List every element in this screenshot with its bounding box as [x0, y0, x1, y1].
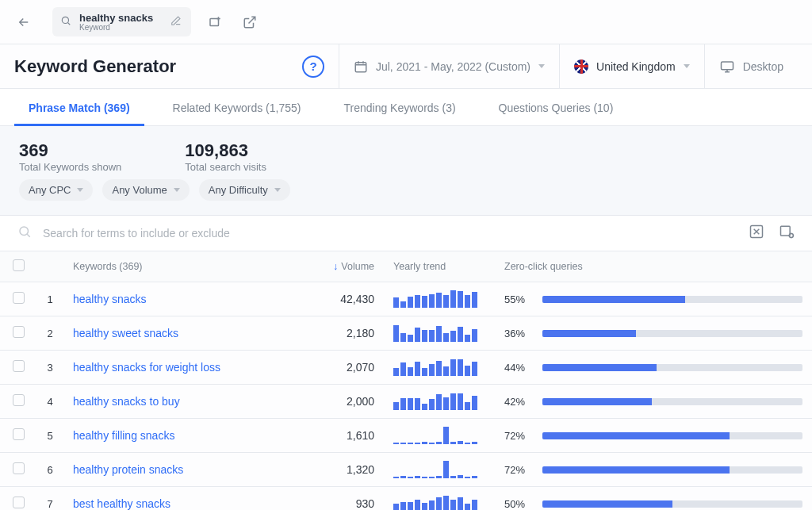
- filter-cpc[interactable]: Any CPC: [19, 179, 93, 201]
- col-volume[interactable]: ↓Volume: [312, 251, 384, 282]
- row-checkbox[interactable]: [13, 462, 25, 474]
- trend-sparkline: [393, 359, 485, 376]
- keyword-chip[interactable]: healthy snacks Keyword: [52, 7, 191, 36]
- row-index: 1: [36, 282, 63, 316]
- volume-value: 930: [312, 487, 384, 511]
- row-checkbox[interactable]: [13, 497, 25, 508]
- row-checkbox[interactable]: [13, 360, 25, 372]
- table-row: 1healthy snacks42,43055%: [0, 282, 812, 316]
- row-index: 3: [36, 351, 63, 385]
- keyword-link[interactable]: healthy sweet snacks: [73, 327, 178, 339]
- row-checkbox[interactable]: [13, 394, 25, 406]
- trend-sparkline: [393, 393, 485, 410]
- svg-rect-1: [210, 18, 219, 25]
- uk-flag-icon: [574, 59, 588, 74]
- keyword-link[interactable]: best healthy snacks: [73, 497, 170, 510]
- svg-point-7: [789, 234, 793, 238]
- back-button[interactable]: [13, 11, 35, 33]
- page-title: Keyword Generator: [14, 56, 176, 77]
- keyword-text: healthy snacks: [79, 12, 153, 24]
- trend-sparkline: [393, 495, 485, 510]
- tab[interactable]: Trending Keywords (3): [329, 89, 469, 125]
- svg-point-4: [20, 227, 29, 236]
- country-label: United Kingdom: [596, 60, 676, 73]
- svg-rect-6: [781, 226, 791, 236]
- keyword-link[interactable]: healthy protein snacks: [73, 463, 183, 476]
- keyword-link[interactable]: healthy filling snacks: [73, 429, 174, 442]
- add-tab-button[interactable]: [204, 11, 226, 33]
- volume-value: 42,430: [312, 282, 384, 316]
- tab[interactable]: Related Keywords (1,755): [159, 89, 316, 125]
- tab[interactable]: Questions Queries (10): [485, 89, 628, 125]
- zcq-bar: [542, 500, 802, 508]
- volume-value: 2,070: [312, 351, 384, 385]
- svg-rect-3: [721, 62, 733, 70]
- keyword-link[interactable]: healthy snacks for weight loss: [73, 361, 220, 374]
- row-checkbox[interactable]: [13, 292, 25, 304]
- table-row: 5healthy filling snacks1,61072%: [0, 419, 812, 453]
- add-tab-icon: [208, 15, 222, 29]
- device-selector[interactable]: Desktop: [704, 44, 798, 89]
- col-trend[interactable]: Yearly trend: [384, 251, 495, 282]
- volume-value: 2,180: [312, 316, 384, 351]
- export-excel-button[interactable]: [749, 224, 764, 243]
- row-index: 2: [36, 316, 63, 351]
- table-row: 4healthy snacks to buy2,00042%: [0, 385, 812, 419]
- edit-icon[interactable]: [170, 15, 182, 29]
- zcq-bar: [542, 296, 802, 303]
- zcq-bar: [542, 466, 802, 474]
- zcq-percent: 72%: [504, 464, 531, 476]
- total-keywords-label: Total Keywords shown: [19, 161, 121, 173]
- chevron-down-icon: [174, 188, 180, 192]
- settings-column-icon: [779, 224, 795, 240]
- zcq-bar: [542, 330, 802, 337]
- table-row: 3healthy snacks for weight loss2,07044%: [0, 351, 812, 385]
- select-all-checkbox[interactable]: [13, 259, 25, 271]
- zcq-percent: 44%: [504, 362, 531, 374]
- zcq-bar: [542, 432, 802, 439]
- filter-volume[interactable]: Any Volume: [102, 179, 189, 201]
- include-exclude-input[interactable]: [41, 226, 749, 240]
- table-settings-button[interactable]: [779, 224, 795, 243]
- help-button[interactable]: ?: [302, 56, 324, 78]
- desktop-icon: [719, 59, 735, 74]
- table-row: 6healthy protein snacks1,32072%: [0, 453, 812, 487]
- open-external-button[interactable]: [239, 11, 261, 33]
- tab[interactable]: Phrase Match (369): [14, 89, 144, 125]
- chevron-down-icon: [684, 64, 690, 68]
- chevron-down-icon: [274, 188, 281, 192]
- total-visits-value: 109,863: [185, 140, 266, 161]
- date-range-selector[interactable]: Jul, 2021 - May, 2022 (Custom): [339, 44, 559, 89]
- table-row: 2healthy sweet snacks2,18036%: [0, 316, 812, 351]
- zcq-percent: 55%: [504, 293, 531, 305]
- svg-point-0: [62, 17, 68, 23]
- keyword-link[interactable]: healthy snacks to buy: [73, 395, 180, 408]
- col-zcq[interactable]: Zero-click queries: [495, 251, 812, 282]
- trend-sparkline: [393, 324, 485, 342]
- device-label: Desktop: [743, 60, 783, 73]
- sort-desc-icon: ↓: [333, 261, 338, 272]
- volume-value: 1,610: [312, 419, 384, 453]
- volume-value: 1,320: [312, 453, 384, 487]
- table-row: 7best healthy snacks93050%: [0, 487, 812, 511]
- row-checkbox[interactable]: [13, 428, 25, 440]
- row-index: 7: [36, 487, 63, 511]
- calendar-icon: [354, 59, 368, 74]
- search-icon: [17, 224, 32, 242]
- trend-sparkline: [393, 461, 485, 478]
- date-range-label: Jul, 2021 - May, 2022 (Custom): [376, 60, 530, 73]
- external-link-icon: [243, 15, 257, 29]
- filter-difficulty[interactable]: Any Difficulty: [199, 179, 290, 201]
- row-index: 6: [36, 453, 63, 487]
- trend-sparkline: [393, 427, 485, 444]
- row-checkbox[interactable]: [13, 326, 25, 338]
- country-selector[interactable]: United Kingdom: [559, 44, 704, 89]
- zcq-bar: [542, 398, 802, 405]
- col-keywords[interactable]: Keywords (369): [63, 251, 312, 282]
- chevron-down-icon: [77, 188, 83, 192]
- row-index: 4: [36, 385, 63, 419]
- volume-value: 2,000: [312, 385, 384, 419]
- zcq-percent: 72%: [504, 430, 531, 442]
- excel-icon: [749, 224, 764, 240]
- keyword-link[interactable]: healthy snacks: [73, 293, 147, 305]
